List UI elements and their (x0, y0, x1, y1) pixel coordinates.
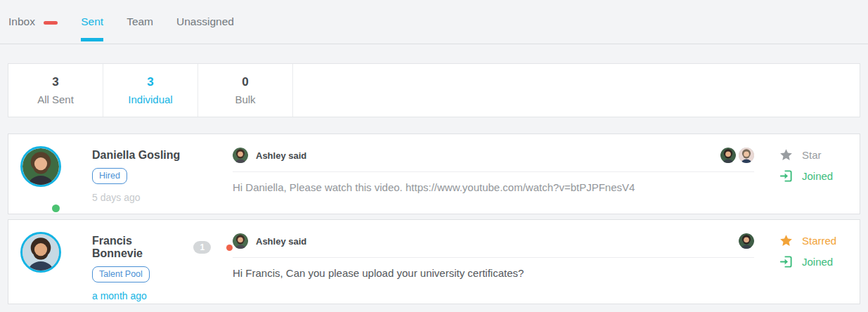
participant-avatar (739, 148, 754, 163)
message-text: Hi Francis, Can you please upload your u… (233, 267, 754, 279)
star-label: Star (802, 149, 822, 161)
stage-tag[interactable]: Hired (92, 168, 127, 184)
avatar (20, 146, 61, 187)
conversation-row[interactable]: Francis Bonnevie 1 Talent Pool a month a… (8, 219, 860, 304)
star-icon (779, 234, 793, 247)
joined-label: Joined (802, 256, 833, 268)
unread-indicator-dot (226, 245, 233, 251)
nav-tab-sent[interactable]: Sent (81, 15, 103, 41)
stat-label: Individual (128, 93, 172, 105)
message-text: Hi Daniella, Please watch this video. ht… (233, 181, 754, 193)
sign-in-icon (779, 169, 793, 183)
stat-value: 3 (52, 75, 58, 89)
joined-label: Joined (802, 170, 833, 182)
message-preview[interactable]: Ashley said Hi Francis, Can you please u… (233, 232, 754, 304)
nav-tab-unassigned[interactable]: Unassigned (176, 15, 234, 41)
stat-value: 0 (242, 75, 248, 89)
message-divider (233, 257, 754, 258)
star-button[interactable]: Star (779, 148, 860, 162)
candidate-avatar[interactable] (20, 146, 61, 214)
participant-avatar (720, 148, 736, 163)
sender-avatar (233, 233, 248, 249)
conversation-row[interactable]: Daniella Gosling Hired 5 days ago Ashley… (8, 134, 860, 214)
nav-tab-label: Inbox (8, 15, 35, 27)
candidate-avatar[interactable] (20, 232, 61, 304)
timestamp: 5 days ago (92, 192, 233, 203)
candidate-name[interactable]: Daniella Gosling (92, 149, 180, 162)
nav-tab-label: Team (127, 15, 153, 27)
sign-in-icon (779, 255, 793, 268)
nav-tab-inbox[interactable]: Inbox (8, 15, 58, 41)
sender-label: Ashley said (256, 150, 306, 161)
timestamp: a month ago (92, 290, 233, 301)
participant-avatar (739, 233, 754, 249)
joined-status[interactable]: Joined (779, 255, 860, 268)
message-divider (233, 171, 754, 172)
message-preview[interactable]: Ashley said Hi Daniella, Please watch th… (233, 146, 754, 214)
conversation-list: Daniella Gosling Hired 5 days ago Ashley… (8, 134, 860, 304)
sent-stats-card: 3 All Sent 3 Individual 0 Bulk (8, 63, 860, 117)
participant-avatars (718, 148, 754, 163)
unread-count-badge (44, 21, 58, 25)
unread-message-count-badge: 1 (193, 241, 211, 254)
sender-label: Ashley said (256, 236, 306, 247)
inbox-page: Inbox Sent Team Unassigned 3 All Sent 3 … (0, 0, 868, 304)
stat-cell-individual[interactable]: 3 Individual (103, 64, 198, 117)
stat-label: Bulk (235, 93, 255, 105)
stat-cell-all-sent[interactable]: 3 All Sent (8, 64, 103, 117)
nav-tab-team[interactable]: Team (127, 15, 153, 41)
joined-status[interactable]: Joined (779, 169, 860, 183)
inbox-tabs-bar: Inbox Sent Team Unassigned (0, 0, 868, 44)
stage-tag[interactable]: Talent Pool (92, 266, 150, 282)
nav-tab-label: Unassigned (176, 15, 234, 27)
candidate-name[interactable]: Francis Bonnevie (92, 235, 185, 260)
sender-avatar (233, 148, 248, 163)
star-icon (779, 148, 793, 162)
stat-value: 3 (147, 75, 153, 89)
avatar (20, 232, 61, 273)
stat-label: All Sent (37, 93, 74, 105)
participant-avatars (736, 233, 754, 249)
stat-cell-bulk[interactable]: 0 Bulk (198, 64, 293, 117)
online-status-dot (52, 204, 60, 212)
star-button[interactable]: Starred (779, 234, 860, 247)
nav-tab-label: Sent (81, 15, 103, 27)
star-label: Starred (802, 235, 836, 247)
